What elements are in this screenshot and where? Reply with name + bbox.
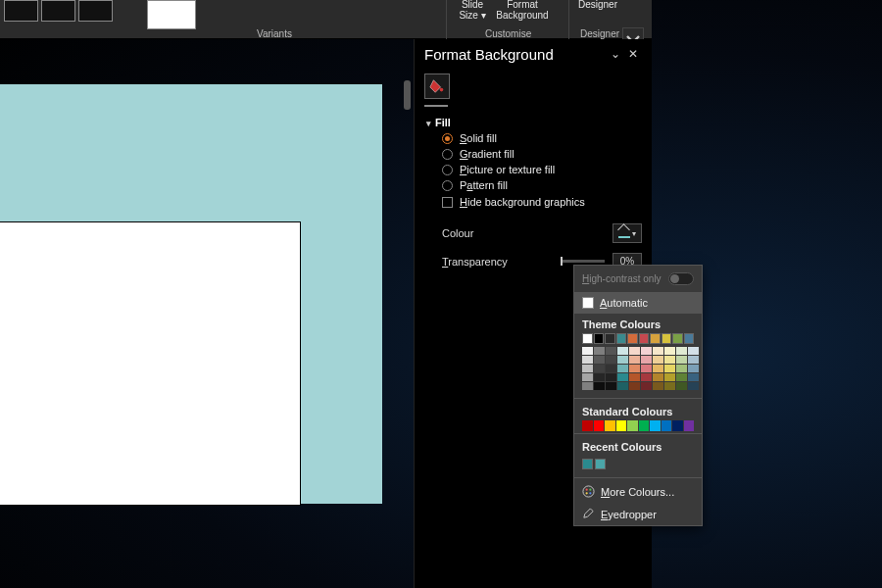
colour-swatch[interactable] bbox=[582, 365, 593, 372]
format-background-button[interactable]: FormatBackground bbox=[495, 0, 550, 27]
fill-pattern-radio[interactable]: Pattern fill bbox=[442, 179, 652, 191]
colour-swatch[interactable] bbox=[664, 373, 675, 381]
colour-swatch[interactable] bbox=[688, 373, 699, 381]
colour-swatch[interactable] bbox=[676, 382, 687, 390]
colour-swatch[interactable] bbox=[662, 420, 672, 431]
colour-swatch[interactable] bbox=[582, 333, 593, 344]
colour-swatch[interactable] bbox=[662, 333, 672, 344]
colour-swatch[interactable] bbox=[605, 420, 615, 431]
colour-swatch[interactable] bbox=[688, 382, 699, 390]
colour-swatch[interactable] bbox=[617, 356, 628, 364]
variant-thumbnail[interactable] bbox=[4, 0, 38, 22]
colour-swatch[interactable] bbox=[629, 373, 640, 381]
designer-button[interactable]: Designer bbox=[575, 0, 620, 27]
colour-swatch[interactable] bbox=[616, 333, 627, 344]
colour-swatch[interactable] bbox=[582, 356, 593, 364]
colour-swatch[interactable] bbox=[688, 356, 699, 364]
colour-swatch[interactable] bbox=[641, 347, 652, 355]
colour-swatch[interactable] bbox=[653, 356, 663, 364]
colour-swatch[interactable] bbox=[629, 382, 640, 390]
colour-swatch[interactable] bbox=[650, 333, 661, 344]
colour-swatch[interactable] bbox=[606, 365, 616, 372]
colour-swatch[interactable] bbox=[641, 365, 652, 372]
colour-swatch[interactable] bbox=[641, 356, 652, 364]
pane-options-button[interactable]: ⌄ bbox=[607, 47, 624, 61]
colour-swatch[interactable] bbox=[672, 333, 683, 344]
automatic-colour-item[interactable]: Automatic bbox=[574, 292, 702, 314]
fill-category-icon[interactable] bbox=[424, 74, 450, 99]
colour-swatch[interactable] bbox=[688, 347, 699, 355]
colour-swatch[interactable] bbox=[688, 365, 699, 372]
colour-swatch[interactable] bbox=[594, 333, 605, 344]
colour-swatch[interactable] bbox=[582, 347, 593, 355]
variant-thumbnail-large[interactable] bbox=[147, 0, 196, 29]
colour-swatch[interactable] bbox=[594, 382, 605, 390]
colour-swatch[interactable] bbox=[629, 365, 640, 372]
colour-swatch[interactable] bbox=[664, 347, 675, 355]
colour-swatch[interactable] bbox=[676, 365, 687, 372]
colour-swatch[interactable] bbox=[582, 420, 593, 431]
eyedropper-item[interactable]: Eyedropper bbox=[574, 503, 702, 525]
fill-section-header[interactable]: Fill bbox=[426, 117, 652, 128]
colour-swatch[interactable] bbox=[676, 356, 687, 364]
colour-swatch[interactable] bbox=[629, 356, 640, 364]
high-contrast-toggle[interactable] bbox=[668, 272, 694, 285]
colour-picker-button[interactable]: ▾ bbox=[612, 223, 642, 243]
variant-thumbnail[interactable] bbox=[78, 0, 113, 22]
colour-swatch[interactable] bbox=[664, 365, 675, 372]
colour-swatch[interactable] bbox=[664, 382, 675, 390]
colour-swatch[interactable] bbox=[672, 420, 683, 431]
colour-swatch[interactable] bbox=[627, 333, 638, 344]
colour-swatch[interactable] bbox=[653, 365, 663, 372]
colour-swatch[interactable] bbox=[664, 356, 675, 364]
colour-swatch[interactable] bbox=[676, 373, 687, 381]
colour-swatch[interactable] bbox=[617, 365, 628, 372]
colour-swatch[interactable] bbox=[617, 382, 628, 390]
colour-swatch[interactable] bbox=[653, 373, 663, 381]
colour-swatch[interactable] bbox=[639, 420, 650, 431]
variant-thumbnail[interactable] bbox=[41, 0, 75, 22]
pane-close-button[interactable]: ✕ bbox=[624, 47, 642, 61]
divider bbox=[574, 477, 702, 478]
colour-swatch[interactable] bbox=[594, 373, 605, 381]
colour-swatch[interactable] bbox=[629, 347, 640, 355]
fill-solid-radio[interactable]: Solid fill bbox=[442, 132, 652, 144]
colour-swatch[interactable] bbox=[594, 356, 605, 364]
colour-swatch[interactable] bbox=[606, 373, 616, 381]
standard-colour-row bbox=[574, 420, 702, 431]
colour-swatch[interactable] bbox=[594, 347, 605, 355]
colour-swatch[interactable] bbox=[617, 347, 628, 355]
transparency-slider[interactable] bbox=[561, 260, 605, 263]
hide-bg-graphics-checkbox[interactable]: Hide background graphics bbox=[442, 196, 652, 208]
colour-swatch[interactable] bbox=[650, 420, 661, 431]
colour-swatch[interactable] bbox=[684, 333, 695, 344]
colour-swatch[interactable] bbox=[641, 373, 652, 381]
colour-swatch[interactable] bbox=[684, 420, 695, 431]
slide[interactable]: H DECK son bbox=[0, 221, 301, 506]
fill-picture-radio[interactable]: Picture or texture fill bbox=[442, 164, 652, 175]
colour-swatch[interactable] bbox=[595, 459, 606, 469]
colour-swatch[interactable] bbox=[606, 347, 616, 355]
colour-swatch[interactable] bbox=[653, 382, 663, 390]
colour-swatch[interactable] bbox=[582, 382, 593, 390]
colour-swatch[interactable] bbox=[627, 420, 638, 431]
colour-swatch[interactable] bbox=[582, 373, 593, 381]
colour-swatch[interactable] bbox=[594, 365, 605, 372]
ribbon-separator bbox=[568, 0, 569, 39]
more-colours-item[interactable]: More Colours... bbox=[574, 480, 702, 503]
colour-swatch[interactable] bbox=[606, 382, 616, 390]
colour-swatch[interactable] bbox=[639, 333, 650, 344]
colour-swatch[interactable] bbox=[653, 347, 663, 355]
colour-swatch[interactable] bbox=[606, 356, 616, 364]
scrollbar-thumb[interactable] bbox=[404, 80, 411, 110]
colour-swatch[interactable] bbox=[605, 333, 615, 344]
slide-size-button[interactable]: SlideSize ▾ bbox=[453, 0, 492, 27]
colour-swatch[interactable] bbox=[616, 420, 627, 431]
svg-point-3 bbox=[589, 489, 591, 491]
colour-swatch[interactable] bbox=[617, 373, 628, 381]
colour-swatch[interactable] bbox=[582, 459, 593, 469]
colour-swatch[interactable] bbox=[641, 382, 652, 390]
colour-swatch[interactable] bbox=[676, 347, 687, 355]
fill-gradient-radio[interactable]: Gradient fill bbox=[442, 148, 652, 160]
colour-swatch[interactable] bbox=[594, 420, 605, 431]
